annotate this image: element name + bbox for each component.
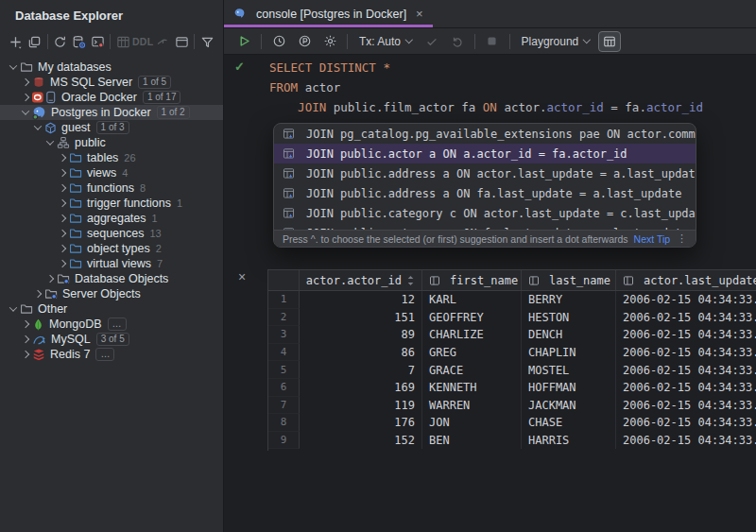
completion-item-1[interactable]: JOIN pg_catalog.pg_available_extensions …: [274, 124, 696, 144]
cell[interactable]: 151: [300, 309, 422, 327]
cell[interactable]: 89: [300, 326, 422, 344]
tree-item-trigger-functions[interactable]: trigger functions1: [0, 196, 223, 211]
cell[interactable]: 2006-02-15 04:34:33.00000: [616, 344, 756, 362]
cell[interactable]: CHASE: [522, 414, 616, 432]
cell[interactable]: 2006-02-15 04:34:33.00000: [616, 397, 756, 415]
tree-item-ms-sql-server[interactable]: MS SQL Server1 of 5: [0, 75, 223, 90]
cell[interactable]: KENNETH: [422, 379, 522, 397]
chevron-right-icon[interactable]: [55, 155, 69, 161]
tree-item-views[interactable]: views4: [0, 165, 223, 180]
ddl-button[interactable]: DDL: [132, 31, 153, 52]
tree-item-object-types[interactable]: object types2: [0, 241, 223, 256]
table-row[interactable]: 8176JONCHASE2006-02-15 04:34:33.00000: [268, 414, 756, 432]
chevron-right-icon[interactable]: [18, 336, 32, 342]
table-row[interactable]: 57GRACEMOSTEL2006-02-15 04:34:33.00000: [268, 361, 756, 379]
chevron-right-icon[interactable]: [55, 231, 69, 236]
cell[interactable]: MOSTEL: [522, 361, 616, 379]
tree-item-other[interactable]: Other: [0, 301, 223, 317]
cell[interactable]: GREG: [422, 344, 522, 362]
cell[interactable]: BERRY: [522, 291, 616, 309]
table-row[interactable]: 6169KENNETHHOFFMAN2006-02-15 04:34:33.00…: [268, 379, 756, 397]
tree-item-database-objects[interactable]: Database Objects: [0, 271, 223, 286]
table-row[interactable]: 7119WARRENJACKMAN2006-02-15 04:34:33.000…: [268, 397, 756, 415]
rollback-icon[interactable]: [446, 31, 469, 52]
cell[interactable]: 2006-02-15 04:34:33.00000: [616, 361, 756, 379]
completion-item-4[interactable]: JOIN public.address a ON fa.last_update …: [274, 183, 696, 203]
datasource-properties-icon[interactable]: [69, 31, 88, 52]
cell[interactable]: 152: [300, 432, 422, 450]
filter-icon[interactable]: [198, 31, 216, 52]
commit-check-icon[interactable]: [421, 31, 443, 52]
cell[interactable]: WARREN: [422, 397, 522, 415]
completion-item-2[interactable]: JOIN public.actor a ON a.actor_id = fa.a…: [274, 144, 696, 163]
cell[interactable]: HOFFMAN: [522, 379, 616, 397]
playground-select[interactable]: Playground: [516, 35, 595, 48]
tree-item-my-databases[interactable]: My databases: [0, 60, 223, 75]
parameters-icon[interactable]: [293, 31, 316, 52]
close-tab-icon[interactable]: ×: [416, 7, 423, 21]
cell[interactable]: HARRIS: [522, 432, 616, 450]
tree-item-oracle-docker[interactable]: Oracle Docker1 of 17: [0, 90, 223, 105]
cell[interactable]: GRACE: [422, 361, 522, 379]
cell[interactable]: 7: [300, 361, 422, 379]
tree-item-guest[interactable]: guest1 of 3: [0, 120, 223, 135]
cell[interactable]: GEOFFREY: [422, 309, 522, 327]
cell[interactable]: HESTON: [522, 309, 616, 327]
add-datasource-button[interactable]: [7, 31, 26, 52]
tree-item-virtual-views[interactable]: virtual views7: [0, 256, 223, 271]
in-editor-results-toggle[interactable]: [598, 31, 621, 52]
chevron-right-icon[interactable]: [18, 321, 32, 327]
tree-item-aggregates[interactable]: aggregates1: [0, 211, 223, 226]
history-icon[interactable]: [267, 31, 290, 52]
tree-item-sequences[interactable]: sequences13: [0, 226, 223, 241]
run-button[interactable]: [232, 31, 255, 52]
cell[interactable]: JACKMAN: [522, 397, 616, 415]
open-table-icon[interactable]: [113, 31, 132, 52]
cell[interactable]: 2006-02-15 04:34:33.00000: [616, 432, 756, 450]
cell[interactable]: KARL: [422, 291, 522, 309]
cell[interactable]: 2006-02-15 04:34:33.00000: [616, 291, 756, 309]
duplicate-icon[interactable]: [26, 31, 44, 52]
cell[interactable]: CHAPLIN: [522, 344, 616, 362]
chevron-down-icon[interactable]: [6, 64, 20, 70]
chevron-down-icon[interactable]: [30, 125, 44, 130]
tab-console-postgres[interactable]: console [Postgres in Docker] ×: [224, 0, 433, 27]
cell[interactable]: 12: [300, 291, 422, 309]
cell[interactable]: BEN: [422, 432, 522, 450]
table-row[interactable]: 112KARLBERRY2006-02-15 04:34:33.00000: [268, 291, 756, 309]
chevron-right-icon[interactable]: [18, 352, 32, 357]
chevron-down-icon[interactable]: [6, 306, 20, 312]
cell[interactable]: 119: [300, 397, 422, 415]
settings-gear-icon[interactable]: [318, 31, 341, 52]
cell[interactable]: 2006-02-15 04:34:33.00000: [616, 326, 756, 344]
chevron-right-icon[interactable]: [55, 200, 69, 206]
tree-item-functions[interactable]: functions8: [0, 180, 223, 196]
table-row[interactable]: 486GREGCHAPLIN2006-02-15 04:34:33.00000: [268, 344, 756, 362]
cell[interactable]: CHARLIZE: [422, 326, 522, 344]
chevron-right-icon[interactable]: [55, 170, 69, 176]
chevron-right-icon[interactable]: [18, 79, 32, 85]
jump-to-console-icon[interactable]: [88, 31, 107, 52]
tree-item-server-objects[interactable]: Server Objects: [0, 286, 223, 301]
jump-arrow-icon[interactable]: [153, 31, 172, 52]
cell[interactable]: 2006-02-15 04:34:33.00000: [616, 379, 756, 397]
cell[interactable]: 2006-02-15 04:34:33.00000: [616, 309, 756, 327]
chevron-down-icon[interactable]: [18, 110, 32, 115]
chevron-right-icon[interactable]: [55, 246, 69, 251]
chevron-right-icon[interactable]: [55, 185, 69, 191]
cell[interactable]: 169: [300, 379, 422, 397]
more-options-icon[interactable]: ⋮: [677, 232, 687, 245]
column-header-actor-last-update[interactable]: actor.last_update: [616, 270, 756, 290]
tree-item-redis-7[interactable]: Redis 7…: [0, 347, 223, 362]
tx-mode-select[interactable]: Tx: Auto: [353, 35, 418, 48]
next-tip-link[interactable]: Next Tip: [634, 233, 671, 245]
close-results-icon[interactable]: ×: [238, 270, 246, 283]
cell[interactable]: 2006-02-15 04:34:33.00000: [616, 414, 756, 432]
completion-item-5[interactable]: JOIN public.category c ON actor.last_upd…: [274, 203, 696, 223]
completion-item-3[interactable]: JOIN public.address a ON actor.last_upda…: [274, 163, 696, 183]
cell[interactable]: DENCH: [522, 326, 616, 344]
refresh-icon[interactable]: [51, 31, 70, 52]
chevron-right-icon[interactable]: [55, 261, 69, 266]
tree-item-tables[interactable]: tables26: [0, 150, 223, 165]
cell[interactable]: JON: [422, 414, 522, 432]
